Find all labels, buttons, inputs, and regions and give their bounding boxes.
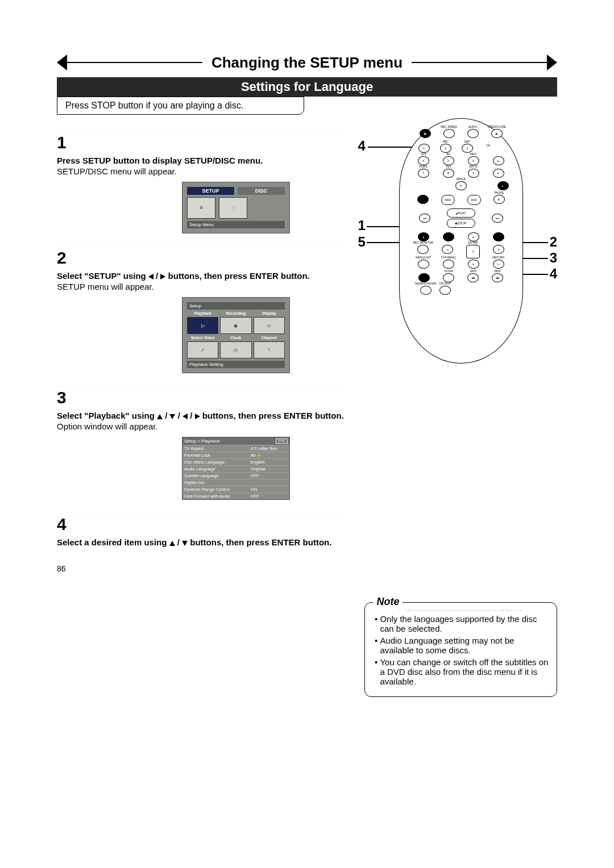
timer-prog-button: TIMER PROG. bbox=[493, 232, 504, 241]
num-7: PQRS7 bbox=[418, 169, 429, 178]
divider-dots: ........................................… bbox=[57, 382, 347, 387]
title-ribbon: Changing the SETUP menu bbox=[57, 51, 557, 74]
step-number-3: 3 bbox=[57, 388, 347, 407]
slow-button: SLOW▸ bbox=[497, 181, 509, 190]
openclose-button: OPEN/CLOSE⏏ bbox=[491, 129, 503, 138]
osd-disc-tile: ⬚ bbox=[219, 197, 247, 219]
osd1-footer: Setup Menu bbox=[187, 221, 285, 228]
dvd-badge-icon: DVD bbox=[276, 439, 288, 444]
cmskip-button: CM SKIP bbox=[439, 286, 451, 295]
ch-up: ▴ bbox=[493, 156, 504, 165]
section-subtitle: Settings for Language bbox=[57, 77, 557, 97]
down-arrow-icon bbox=[182, 541, 188, 546]
num-2: ABC2 bbox=[440, 144, 451, 153]
step1-instruction: Press SETUP button to display SETUP/DISC… bbox=[57, 156, 347, 165]
rec-monitor-button: REC MONITOR bbox=[417, 245, 429, 254]
searchmode-button: SEARCH MODE bbox=[420, 286, 432, 295]
callout-1: 1 bbox=[358, 218, 365, 233]
up-arrow-icon bbox=[169, 541, 175, 546]
callout-5: 5 bbox=[358, 234, 365, 250]
audio-button: AUDIO bbox=[467, 129, 479, 138]
pause-button: PAUSE⏸ bbox=[493, 195, 505, 204]
page-title: Changing the SETUP menu bbox=[202, 54, 412, 72]
callout-2: 2 bbox=[550, 234, 557, 250]
play-button: ▸ PLAY bbox=[447, 208, 475, 218]
step3-instruction: Select "Playback" using / / / buttons, t… bbox=[57, 411, 347, 420]
divider-dots: ........................................… bbox=[57, 127, 347, 132]
osd-playback-options: Setup > PlaybackDVD TV Aspect4:3 Letter … bbox=[182, 437, 290, 500]
zoom-button: ZOOM bbox=[443, 273, 454, 282]
hdd-button: HDD bbox=[441, 195, 455, 205]
dpad-up: ▴ bbox=[468, 232, 479, 241]
num-1: 1 bbox=[418, 144, 430, 153]
num-4: GHI4 bbox=[418, 156, 429, 165]
osd-recording-cell: ◉ bbox=[220, 317, 251, 334]
menulist-button: MENU/LIST bbox=[418, 260, 429, 269]
skip-next-button: SKIP⏭ bbox=[492, 273, 503, 282]
step-number-2: 2 bbox=[57, 248, 347, 268]
setup-button: SETUP bbox=[443, 232, 454, 241]
step2-text: SETUP menu will appear. bbox=[57, 282, 347, 291]
step-number-4: 4 bbox=[57, 515, 347, 534]
page-number: 86 bbox=[57, 564, 347, 573]
display-button: DISPLAY bbox=[417, 195, 429, 204]
step2-instruction: Select "SETUP" using / buttons, then pre… bbox=[57, 271, 347, 281]
step1-text: SETUP/DISC menu will appear. bbox=[57, 166, 347, 176]
num-9: WXYZ9 bbox=[468, 169, 479, 178]
return-button: RETURN↩ bbox=[493, 260, 504, 269]
note-item: Only the languages supported by the disc… bbox=[380, 614, 550, 633]
ff-button: ▸▸ bbox=[492, 214, 503, 223]
ch-down: ▾ bbox=[493, 169, 504, 178]
step3-text: Option window will appear. bbox=[57, 422, 347, 431]
up-arrow-icon bbox=[157, 414, 163, 419]
right-arrow-icon bbox=[195, 414, 200, 419]
ribbon-arrow-right bbox=[547, 55, 557, 70]
divider-dots: ........................................… bbox=[57, 243, 347, 247]
osd-tab-setup: SETUP bbox=[187, 187, 234, 195]
osd-clock-cell: ◷ bbox=[220, 341, 251, 358]
dvd-button: DVD bbox=[467, 195, 481, 205]
skip-prev-button: SKIP⏮ bbox=[467, 273, 479, 282]
num-8: TUV8 bbox=[443, 169, 454, 178]
osd-playback-table: TV Aspect4:3 Letter Box Parental LockAll… bbox=[182, 445, 289, 499]
callout-3: 3 bbox=[550, 250, 557, 266]
osd-selectvideo-cell: ⤢ bbox=[187, 341, 218, 358]
step4-instruction: Select a desired item using / buttons, t… bbox=[57, 537, 347, 547]
left-arrow-icon bbox=[182, 414, 188, 419]
rec-otr-button: REC/OTR● bbox=[418, 232, 429, 241]
callout-4b: 4 bbox=[550, 266, 557, 282]
osd-playback-cell: ▷ bbox=[187, 317, 218, 334]
clear-button: CLEAR/C-RESET bbox=[418, 273, 430, 282]
rew-button: ◂◂ bbox=[419, 214, 430, 223]
num-0: SPACE0 bbox=[455, 181, 467, 190]
ch-label: CH bbox=[483, 144, 493, 153]
note-title: Note bbox=[373, 596, 403, 608]
recspeed-button: REC SPEED bbox=[443, 129, 455, 138]
power-button: POWER⏻ bbox=[420, 129, 431, 138]
num-6: MNO6 bbox=[468, 156, 479, 165]
divider-dots: ........................................… bbox=[57, 509, 347, 514]
num-3: DEF3 bbox=[462, 144, 473, 153]
stop-button: ■ STOP bbox=[447, 219, 475, 228]
osd-setup-tile: ⚙ bbox=[187, 197, 215, 219]
enter-button: ENTER⏎ bbox=[466, 245, 480, 258]
note-box: Note ...................................… bbox=[364, 602, 557, 697]
dpad-down: ▾ bbox=[468, 260, 479, 269]
down-arrow-icon bbox=[169, 414, 175, 419]
osd-display-cell: ▭ bbox=[254, 317, 285, 334]
dpad-right: ▸ bbox=[493, 245, 504, 254]
left-arrow-icon bbox=[148, 274, 154, 279]
osd2-title: Setup bbox=[187, 302, 285, 310]
step-number-1: 1 bbox=[57, 133, 347, 152]
osd-setup-menu: Setup Playback Recording Display ▷ ◉ ▭ S… bbox=[182, 297, 290, 373]
dpad-left: ◂ bbox=[442, 245, 453, 254]
osd-setup-disc-menu: SETUP DISC ⚙ ⬚ Setup Menu bbox=[182, 182, 290, 233]
num-5: JKL5 bbox=[443, 156, 454, 165]
osd-tab-disc: DISC bbox=[238, 187, 285, 195]
osd-channel-cell: ᛘ bbox=[254, 341, 285, 358]
topmenu-button: TOP MENU bbox=[443, 260, 454, 269]
osd2-footer: Playback Setting bbox=[187, 361, 285, 368]
remote-control-diagram: POWER⏻ REC SPEED AUDIO OPEN/CLOSE⏏ 1 ABC… bbox=[399, 118, 523, 364]
callout-4: 4 bbox=[358, 138, 365, 154]
ribbon-arrow-left bbox=[57, 55, 67, 70]
